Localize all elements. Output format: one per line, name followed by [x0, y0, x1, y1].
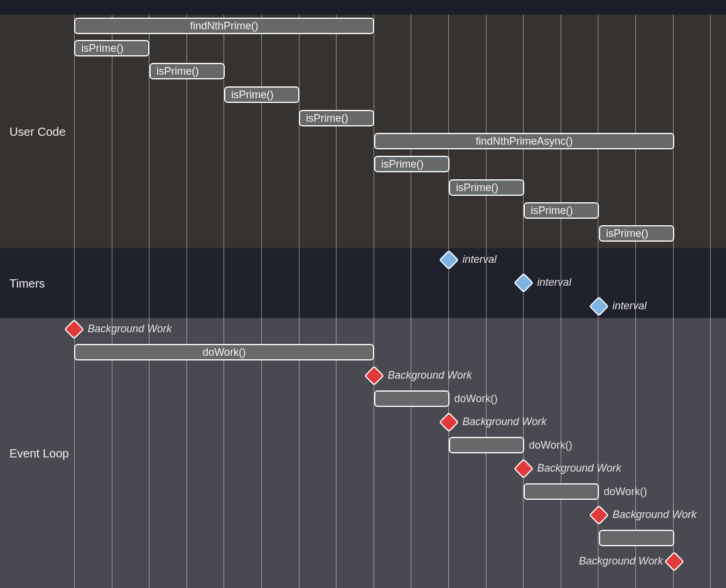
milestone-interval-1-label: interval — [462, 253, 497, 266]
bar-findNthPrimeAsync[interactable]: findNthPrimeAsync() — [374, 133, 674, 149]
lane-label-timers: Timers — [9, 276, 45, 290]
bar-doWork-2-trailing-label: doWork() — [529, 439, 572, 452]
milestone-bgwork-3-label: Background Work — [537, 462, 621, 475]
bar-isPrime-1[interactable]: isPrime() — [74, 40, 149, 56]
bar-isPrime-a2[interactable]: isPrime() — [449, 179, 524, 196]
bar-isPrime-a1[interactable]: isPrime() — [374, 156, 449, 172]
bar-isPrime-3[interactable]: isPrime() — [224, 86, 299, 103]
bar-doWork-1[interactable] — [374, 390, 449, 407]
bar-isPrime-a3[interactable]: isPrime() — [524, 202, 599, 219]
bar-findNthPrime[interactable]: findNthPrime() — [74, 18, 374, 34]
milestone-bgwork-4-label: Background Work — [612, 509, 697, 521]
bar-doWork-4[interactable] — [599, 530, 674, 546]
bar-doWork-3[interactable] — [524, 483, 599, 500]
milestone-interval-3-label: interval — [612, 300, 647, 312]
milestone-bgwork-0-label: Background Work — [88, 323, 172, 335]
milestone-bgwork-1-label: Background Work — [388, 369, 472, 382]
lane-label-user-code: User Code — [9, 125, 66, 138]
bar-doWork-2[interactable] — [449, 437, 524, 453]
bar-isPrime-2[interactable]: isPrime() — [149, 63, 225, 79]
bar-isPrime-4[interactable]: isPrime() — [299, 110, 374, 126]
lane-label-event-loop: Event Loop — [9, 446, 69, 460]
milestone-interval-2-label: interval — [537, 276, 571, 289]
milestone-bgwork-5-label: Background Work — [579, 555, 663, 567]
bar-isPrime-a4[interactable]: isPrime() — [599, 225, 674, 242]
milestone-bgwork-2-label: Background Work — [462, 416, 547, 428]
bar-doWork-3-trailing-label: doWork() — [604, 486, 647, 498]
bar-doWork-1-trailing-label: doWork() — [454, 393, 498, 405]
bar-doWork-0[interactable]: doWork() — [74, 344, 374, 360]
